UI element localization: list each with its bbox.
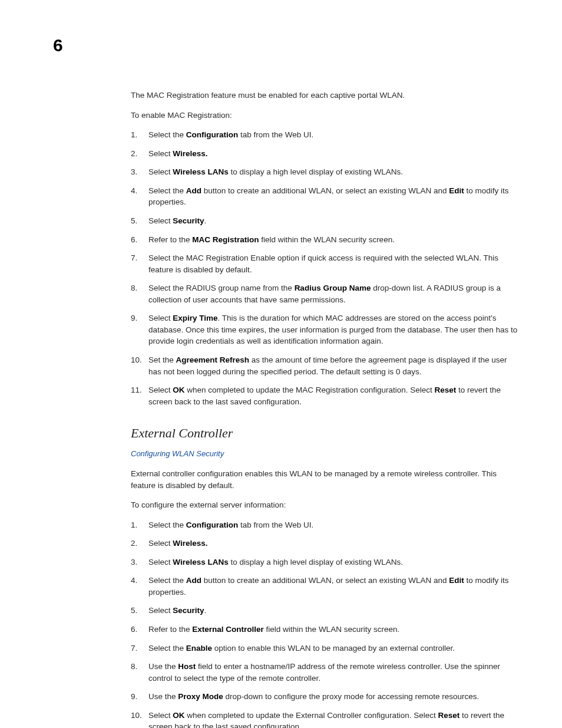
step-text: field within the WLAN security screen. <box>259 235 395 244</box>
bold-term: OK <box>173 711 184 720</box>
step-text: Select <box>148 558 173 566</box>
step-item: Select the Add button to create an addit… <box>131 185 521 208</box>
step-text: tab from the Web UI. <box>238 130 313 139</box>
step-item: Select the MAC Registration Enable optio… <box>131 252 521 275</box>
content-area: The MAC Registration feature must be ena… <box>131 90 521 728</box>
bold-term: Edit <box>449 576 464 585</box>
step-text: Select the MAC Registration Enable optio… <box>148 253 498 274</box>
step-text: drop-down to configure the proxy mode fo… <box>223 692 479 701</box>
step-text: option to enable this WLAN to be managed… <box>212 644 455 653</box>
step-item: Set the Agreement Refresh as the amount … <box>131 354 521 377</box>
step-text: Select <box>148 539 173 548</box>
step-text: field within the WLAN security screen. <box>264 625 399 634</box>
step-text: Select <box>148 314 173 322</box>
bold-term: Wireless. <box>173 149 207 158</box>
step-text: Select the RADIUS group name from the <box>148 284 295 292</box>
lead-in-mac-registration: To enable MAC Registration: <box>131 110 521 121</box>
bold-term: Expiry Time <box>173 314 217 322</box>
step-text: . <box>204 216 207 225</box>
step-text: Select <box>148 149 173 158</box>
bold-term: MAC Registration <box>192 235 259 244</box>
bold-term: Radius Group Name <box>295 284 371 292</box>
step-text: button to create an additional WLAN, or … <box>201 186 449 195</box>
bold-term: External Controller <box>192 625 264 634</box>
step-text: Select the <box>148 644 186 653</box>
step-item: Refer to the MAC Registration field with… <box>131 234 521 246</box>
step-text: field to enter a hostname/IP address of … <box>148 662 500 683</box>
bold-term: Wireless. <box>173 539 207 548</box>
step-item: Select Security. <box>131 605 521 617</box>
step-text: Select <box>148 606 173 615</box>
step-item: Select Expiry Time. This is the duration… <box>131 312 521 347</box>
bold-term: Enable <box>186 644 212 653</box>
step-text: . <box>204 606 207 615</box>
step-text: tab from the Web UI. <box>238 521 313 529</box>
step-text: Select <box>148 386 173 394</box>
step-text: button to create an additional WLAN, or … <box>201 576 449 585</box>
bold-term: Host <box>178 662 196 671</box>
bold-term: Agreement Refresh <box>176 355 250 364</box>
intro-paragraph: The MAC Registration feature must be ena… <box>131 90 521 101</box>
step-text: Select <box>148 167 173 176</box>
step-text: Select the <box>148 130 186 139</box>
step-text: Refer to the <box>148 235 192 244</box>
step-item: Use the Host field to enter a hostname/I… <box>131 661 521 684</box>
bold-term: OK <box>173 386 184 394</box>
bold-term: Configuration <box>186 521 238 529</box>
step-item: Select the Enable option to enable this … <box>131 643 521 654</box>
bold-term: Security <box>173 606 204 615</box>
bold-term: Reset <box>435 386 457 394</box>
bold-term: Edit <box>449 186 464 195</box>
bold-term: Proxy Mode <box>178 692 223 701</box>
section-title-external-controller: External Controller <box>131 424 521 443</box>
bold-term: Add <box>186 186 201 195</box>
step-item: Select the Configuration tab from the We… <box>131 519 521 531</box>
steps-external-controller: Select the Configuration tab from the We… <box>131 519 521 728</box>
step-item: Select OK when completed to update the E… <box>131 710 521 728</box>
chapter-number: 6 <box>53 37 521 54</box>
step-text: Select <box>148 711 173 720</box>
step-item: Select the Add button to create an addit… <box>131 575 521 598</box>
step-item: Use the Proxy Mode drop-down to configur… <box>131 691 521 703</box>
step-item: Select Wireless LANs to display a high l… <box>131 556 521 568</box>
step-item: Select OK when completed to update the M… <box>131 384 521 407</box>
bold-term: Security <box>173 216 204 225</box>
step-text: to display a high level display of exist… <box>229 558 403 566</box>
step-text: Select <box>148 216 173 225</box>
crossref-link[interactable]: Configuring WLAN Security <box>131 449 521 460</box>
step-item: Select Wireless LANs to display a high l… <box>131 166 521 178</box>
lead-in-external-controller: To configure the external server informa… <box>131 499 521 511</box>
step-item: Select the Configuration tab from the We… <box>131 129 521 141</box>
step-text: Use the <box>148 692 178 701</box>
step-text: Select the <box>148 521 186 529</box>
step-item: Select Wireless. <box>131 148 521 160</box>
bold-term: Configuration <box>186 130 238 139</box>
step-text: Select the <box>148 576 186 585</box>
step-item: Refer to the External Controller field w… <box>131 624 521 635</box>
step-text: Refer to the <box>148 625 192 634</box>
step-text: Select the <box>148 186 186 195</box>
external-controller-paragraph: External controller configuration enable… <box>131 468 521 491</box>
bold-term: Reset <box>438 711 460 720</box>
step-text: Use the <box>148 662 178 671</box>
steps-mac-registration: Select the Configuration tab from the We… <box>131 129 521 407</box>
step-item: Select the RADIUS group name from the Ra… <box>131 282 521 305</box>
bold-term: Add <box>186 576 201 585</box>
step-item: Select Security. <box>131 215 521 227</box>
step-text: when completed to update the MAC Registr… <box>185 386 435 394</box>
step-text: Set the <box>148 355 176 364</box>
step-text: to display a high level display of exist… <box>229 167 403 176</box>
bold-term: Wireless LANs <box>173 558 228 566</box>
page: 6 The MAC Registration feature must be e… <box>0 0 562 728</box>
step-item: Select Wireless. <box>131 538 521 549</box>
step-text: when completed to update the External Co… <box>185 711 438 720</box>
bold-term: Wireless LANs <box>173 167 228 176</box>
